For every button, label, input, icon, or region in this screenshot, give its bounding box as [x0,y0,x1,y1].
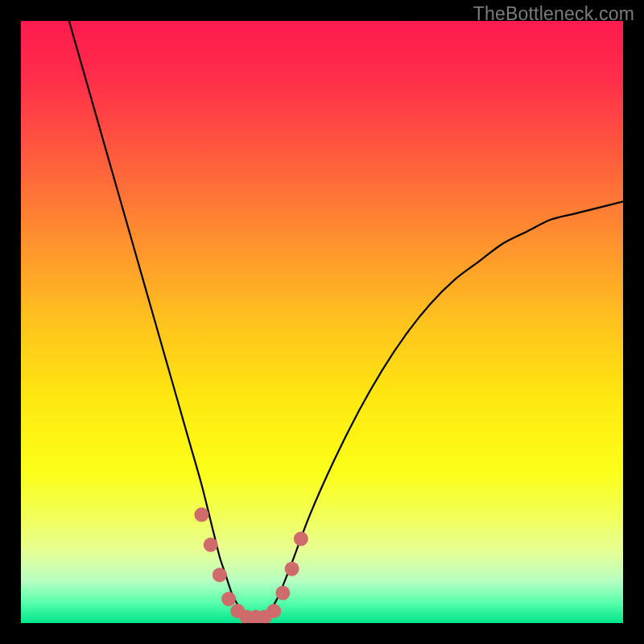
highlight-marker [266,604,281,618]
highlight-marker [204,538,218,552]
highlight-marker [213,568,227,582]
highlight-marker [285,562,299,576]
highlight-marker [194,507,208,522]
chart-frame: TheBottleneck.com [0,0,644,644]
plot-area [21,21,623,623]
highlight-marker [221,592,236,606]
bottleneck-curve-chart [21,21,623,623]
highlight-marker [294,531,308,546]
gradient-background [21,21,623,623]
highlight-marker [275,586,290,601]
